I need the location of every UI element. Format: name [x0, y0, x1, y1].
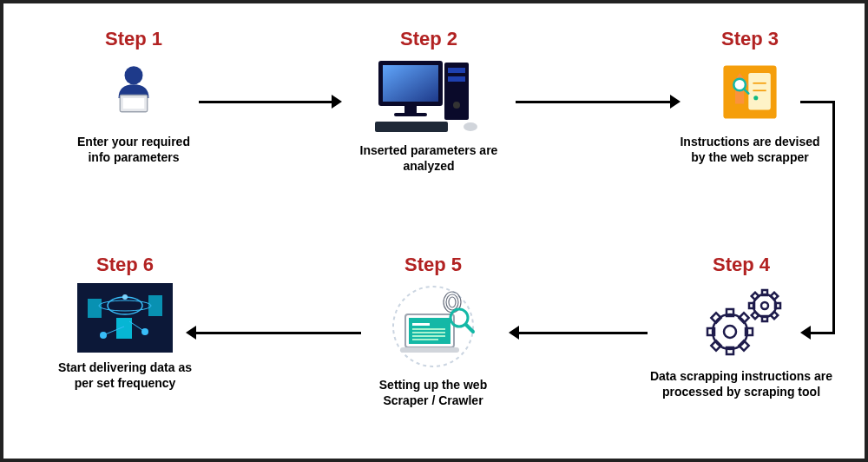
laptop-fingerprint-icon: [381, 283, 485, 370]
step-4-title: Step 4: [637, 254, 845, 276]
svg-rect-27: [711, 313, 720, 322]
step-4-caption: Data scrapping instructions are processe…: [637, 368, 845, 399]
svg-point-0: [125, 66, 143, 84]
svg-rect-36: [775, 303, 780, 308]
svg-rect-47: [412, 335, 445, 337]
svg-rect-26: [746, 328, 753, 335]
svg-point-32: [761, 302, 768, 309]
step-5-title: Step 5: [346, 254, 520, 276]
svg-point-13: [464, 122, 477, 131]
svg-rect-35: [749, 303, 754, 308]
step-6: Step 6 Start delivering data as per set …: [38, 254, 212, 391]
arrow-5-6: [194, 332, 361, 334]
svg-point-22: [724, 326, 736, 338]
svg-rect-49: [400, 347, 459, 353]
svg-point-6: [453, 102, 460, 109]
arrow-5-6-head: [186, 326, 196, 340]
svg-rect-44: [412, 323, 430, 326]
desktop-computer-icon: [368, 57, 490, 135]
svg-rect-12: [375, 122, 448, 132]
step-3-title: Step 3: [663, 28, 837, 50]
step-1-title: Step 1: [56, 28, 212, 50]
svg-rect-40: [771, 312, 778, 319]
step-4: Step 4: [637, 254, 845, 399]
svg-rect-23: [727, 309, 733, 316]
svg-rect-39: [752, 312, 759, 319]
step-5: Step 5: [346, 254, 520, 408]
step-2: Step 2: [333, 28, 524, 174]
diagram-frame: Step 1 Enter your required info paramete…: [0, 0, 868, 462]
svg-rect-30: [739, 340, 748, 350]
step-3: Step 3 Instructions are devised by the w…: [663, 28, 837, 165]
arrow-3-4-top: [800, 101, 835, 103]
svg-rect-48: [412, 339, 438, 340]
svg-line-54: [466, 325, 473, 332]
arrow-3-4-vert: [832, 101, 835, 333]
step-6-title: Step 6: [38, 254, 212, 276]
svg-rect-57: [148, 295, 162, 316]
svg-point-52: [449, 297, 456, 307]
arrow-3-4-head: [800, 326, 811, 340]
svg-rect-33: [762, 290, 767, 295]
svg-rect-4: [448, 68, 465, 73]
step-5-caption: Setting up the web Scraper / Crawler: [346, 377, 520, 408]
svg-rect-5: [448, 76, 465, 82]
step-1-caption: Enter your required info parameters: [56, 134, 212, 165]
clipboard-search-icon: [715, 57, 785, 127]
svg-rect-37: [752, 293, 759, 300]
person-laptop-icon: [99, 57, 168, 127]
arrow-3-4-bot: [809, 332, 835, 334]
svg-rect-56: [88, 299, 102, 318]
svg-rect-45: [412, 328, 445, 330]
arrow-4-5: [517, 332, 648, 334]
svg-point-18: [753, 96, 758, 100]
arrow-2-3: [516, 101, 672, 103]
svg-rect-29: [711, 340, 720, 350]
arrow-4-5-head: [509, 326, 519, 340]
step-2-title: Step 2: [333, 28, 524, 50]
data-network-icon: [77, 283, 173, 353]
arrow-1-2-head: [332, 95, 342, 109]
arrow-1-2: [199, 101, 333, 103]
svg-rect-2: [123, 98, 145, 109]
svg-rect-9: [383, 65, 438, 102]
svg-rect-28: [739, 313, 748, 322]
svg-rect-24: [727, 347, 733, 354]
svg-rect-10: [404, 106, 417, 113]
svg-rect-11: [394, 113, 427, 116]
step-6-caption: Start delivering data as per set frequen…: [38, 360, 212, 391]
arrow-2-3-head: [670, 95, 681, 109]
step-2-caption: Inserted parameters are analyzed: [333, 142, 524, 174]
svg-rect-38: [771, 293, 778, 300]
svg-rect-34: [762, 316, 767, 321]
svg-point-63: [122, 294, 128, 300]
svg-rect-25: [707, 328, 714, 335]
gears-icon: [694, 283, 789, 361]
svg-rect-46: [412, 332, 445, 333]
step-3-caption: Instructions are devised by the web scra…: [663, 134, 837, 165]
step-1: Step 1 Enter your required info paramete…: [56, 28, 212, 165]
